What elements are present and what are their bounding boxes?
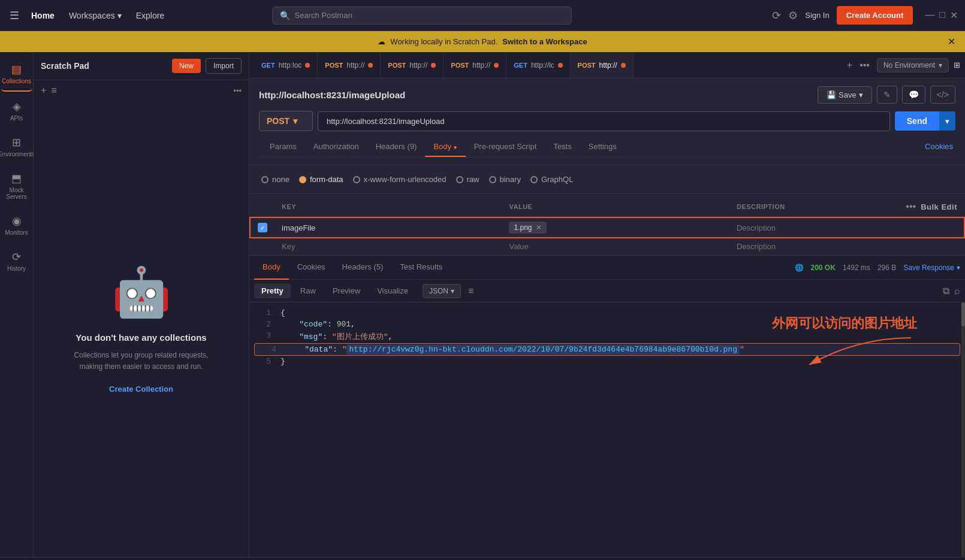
body-option-raw[interactable]: raw [456,175,480,184]
cookies-link[interactable]: Cookies [925,137,953,157]
file-tag: 1.png ✕ [509,222,546,234]
new-button[interactable]: New [172,59,201,73]
sidebar-item-apis[interactable]: ◈ APIs [1,94,32,128]
format-selector[interactable]: JSON ▾ [423,284,461,298]
response-tab-test-results[interactable]: Test Results [391,256,451,280]
resp-preview-tab[interactable]: Preview [325,283,367,298]
add-collection-button[interactable]: + [41,85,46,96]
row-checkbox[interactable]: ✓ [258,223,267,232]
announcement-bar: ☁ Working locally in Scratch Pad. Switch… [0,31,965,52]
home-link[interactable]: Home [26,11,59,20]
sidebar-item-environments[interactable]: ⊞ Environments [1,130,32,164]
resp-visualize-tab[interactable]: Visualize [370,283,415,298]
body-option-none[interactable]: none [261,175,290,184]
key-input[interactable] [282,223,494,232]
tab-settings[interactable]: Settings [580,137,625,157]
tab-4[interactable]: GET http://lc [506,52,570,78]
edit-icon-button[interactable]: ✎ [877,86,897,104]
send-button[interactable]: Send [895,111,939,131]
search-response-button[interactable]: ⌕ [954,286,960,296]
more-tabs-button[interactable]: ••• [857,57,872,73]
tab-authorization[interactable]: Authorization [305,137,367,157]
grid-view-icon[interactable]: ⊞ [954,60,960,69]
form-data-table: KEY VALUE DESCRIPTION ••• Bulk Edit [249,196,965,255]
tab-5-active[interactable]: POST http:// [571,52,634,78]
tab-body[interactable]: Body ● [425,137,465,157]
filter-icon[interactable]: ≡ [468,286,474,296]
tab-method: POST [451,62,469,69]
body-option-graphql[interactable]: GraphQL [530,175,573,184]
tab-3[interactable]: POST http:// [444,52,506,78]
copy-response-button[interactable]: ⧉ [943,286,949,296]
resp-raw-tab[interactable]: Raw [293,283,323,298]
sign-in-link[interactable]: Sign In [805,11,829,20]
explore-link[interactable]: Explore [131,11,169,20]
body-option-binary[interactable]: binary [489,175,521,184]
close-button[interactable]: ✕ [950,10,958,21]
save-icon: 💾 [827,90,836,99]
tab-method: POST [388,62,406,69]
response-tab-cookies[interactable]: Cookies [289,256,334,280]
tab-pre-request[interactable]: Pre-request Script [466,137,545,157]
form-row-empty-desc-cell [729,238,964,255]
empty-desc-input[interactable] [737,242,957,251]
add-tab-button[interactable]: + [845,57,855,73]
response-tab-headers[interactable]: Headers (5) [334,256,392,280]
sidebar-item-monitors[interactable]: ◉ Monitors [1,208,32,242]
env-arrow-icon: ▾ [939,61,942,69]
tab-1[interactable]: POST http:// [318,52,381,78]
save-response-button[interactable]: Save Response ▾ [903,264,960,272]
search-bar[interactable]: 🔍 Search Postman [272,7,572,25]
filter-button[interactable]: ≡ [51,85,56,96]
tab-url: http:// [599,61,617,69]
table-more-button[interactable]: ••• [906,201,916,212]
workspaces-menu[interactable]: Workspaces ▾ [64,11,126,20]
comment-icon-button[interactable]: 💬 [902,86,925,104]
topbar-right: ⟳ ⚙ Sign In Create Account — □ ✕ [772,6,958,25]
url-input[interactable] [318,111,890,131]
request-title-actions: 💾 Save ▾ ✎ 💬 </> [818,86,955,104]
settings-icon[interactable]: ⚙ [788,9,798,22]
scrollbar-thumb[interactable] [961,302,965,326]
bulk-edit-button[interactable]: Bulk Edit [921,202,957,211]
announcement-close-button[interactable]: ✕ [948,36,955,47]
tab-2[interactable]: POST http:// [381,52,444,78]
scrollbar-track[interactable] [961,302,965,557]
menu-icon[interactable]: ☰ [7,7,22,25]
body-option-urlencoded[interactable]: x-www-form-urlencoded [353,175,447,184]
tab-0[interactable]: GET http:loc [254,52,318,78]
sidebar-item-mock-servers[interactable]: ⬒ Mock Servers [1,166,32,206]
announcement-link[interactable]: Switch to a Workspace [502,37,587,46]
maximize-button[interactable]: □ [939,10,945,21]
code-icon-button[interactable]: </> [930,86,955,104]
empty-key-input[interactable] [282,242,494,251]
environment-selector[interactable]: No Environment ▾ [877,58,949,72]
file-tag-remove-button[interactable]: ✕ [536,223,542,232]
response-time: 1492 ms [843,264,870,272]
create-account-button[interactable]: Create Account [837,6,913,25]
response-status: 🌐 200 OK 1492 ms 296 B Save Response ▾ [795,264,960,272]
line-number: 5 [259,357,271,366]
tab-params[interactable]: Params [261,137,305,157]
save-button[interactable]: 💾 Save ▾ [818,86,872,104]
tab-tests[interactable]: Tests [545,137,580,157]
response-size: 296 B [877,264,896,272]
send-dropdown-button[interactable]: ▾ [939,111,955,131]
method-selector[interactable]: POST ▾ [259,111,313,131]
response-tab-body[interactable]: Body [254,256,289,280]
tab-headers[interactable]: Headers (9) [367,137,426,157]
description-input[interactable] [737,223,957,232]
empty-value-input[interactable] [509,242,722,251]
sidebar-item-collections[interactable]: ▤ Collections [1,57,32,92]
tab-dot [558,63,563,68]
resp-pretty-tab[interactable]: Pretty [254,283,291,298]
sidebar-item-history[interactable]: ⟳ History [1,244,32,278]
sync-icon[interactable]: ⟳ [772,9,781,22]
main-layout: ▤ Collections ◈ APIs ⊞ Environments ⬒ Mo… [0,52,965,557]
import-button[interactable]: Import [206,58,242,74]
minimize-button[interactable]: — [925,10,934,21]
more-options-button[interactable]: ••• [233,86,242,95]
body-option-form-data[interactable]: form-data [299,175,343,184]
send-button-group: Send ▾ [895,111,955,131]
create-collection-link[interactable]: Create Collection [109,385,173,393]
